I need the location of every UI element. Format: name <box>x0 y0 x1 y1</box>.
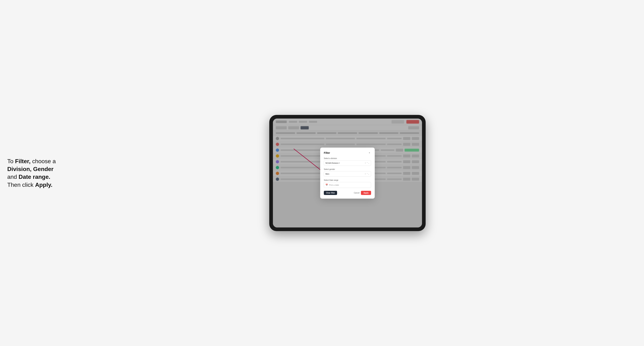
modal-header: Filter × <box>324 151 371 155</box>
tablet-screen: Filter × Select a division NCAA Division… <box>273 119 422 227</box>
apply-button[interactable]: Apply <box>361 191 371 195</box>
date-input[interactable]: 📅 Pick a date <box>324 182 371 188</box>
gender-clear-icon[interactable]: × <box>365 173 366 175</box>
instruction-line1: To <box>7 158 15 165</box>
modal-footer: Clear filter Cancel Apply <box>324 191 371 195</box>
date-field-group: Select Date range 📅 Pick a date <box>324 179 371 188</box>
cancel-button[interactable]: Cancel <box>354 192 360 194</box>
modal-overlay: Filter × Select a division NCAA Division… <box>273 119 422 227</box>
clear-filter-button[interactable]: Clear filter <box>324 191 337 195</box>
gender-field-group: Select gender Men × ⌃⌄ <box>324 168 371 177</box>
gender-controls: × ⌃⌄ <box>365 173 370 175</box>
calendar-icon: 📅 <box>326 184 328 186</box>
instruction-apply-word: Apply. <box>35 181 52 188</box>
instruction-choose: choose a <box>30 158 56 165</box>
division-field-group: Select a division NCAA Division I × ⌃⌄ <box>324 157 371 166</box>
division-controls: × ⌃⌄ <box>365 162 370 164</box>
division-select[interactable]: NCAA Division I × ⌃⌄ <box>324 160 371 166</box>
gender-value: Men <box>326 173 329 175</box>
instruction-date-range: Date range. <box>18 173 50 180</box>
instruction-division-gender: Division, Gender <box>7 166 54 172</box>
instruction-filter-bold: Filter, <box>15 158 30 165</box>
date-label: Select Date range <box>324 179 371 181</box>
division-label: Select a division <box>324 157 371 159</box>
gender-select[interactable]: Men × ⌃⌄ <box>324 171 371 177</box>
filter-modal: Filter × Select a division NCAA Division… <box>320 148 375 199</box>
modal-close-button[interactable]: × <box>368 151 371 155</box>
instruction-then: Then click <box>7 181 35 188</box>
gender-arrow-icon: ⌃⌄ <box>366 173 370 175</box>
division-value: NCAA Division I <box>326 162 340 164</box>
modal-footer-right: Cancel Apply <box>354 191 371 195</box>
instruction-and: and <box>7 173 18 180</box>
division-clear-icon[interactable]: × <box>365 162 366 164</box>
division-arrow-icon: ⌃⌄ <box>366 162 370 164</box>
tablet-device: Filter × Select a division NCAA Division… <box>269 115 426 231</box>
instruction-text: To Filter, choose a Division, Gender and… <box>7 157 56 189</box>
modal-title: Filter <box>324 151 330 154</box>
date-placeholder: Pick a date <box>329 184 339 186</box>
gender-label: Select gender <box>324 168 371 170</box>
